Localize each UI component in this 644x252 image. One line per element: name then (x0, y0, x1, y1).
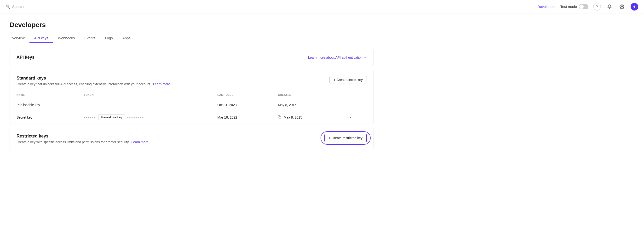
reveal-live-key-button[interactable]: Reveal live key (98, 114, 125, 120)
tab-events[interactable]: Events (80, 34, 100, 43)
tab-webhooks[interactable]: Webhooks (53, 34, 80, 43)
standard-keys-title: Standard keys (16, 76, 170, 81)
test-mode-container: Test mode (560, 4, 588, 9)
key-actions: ··· (340, 99, 374, 111)
col-name: NAME (10, 91, 77, 99)
test-mode-toggle[interactable] (579, 4, 588, 9)
key-token: •••••• Reveal live key •••••••• (77, 111, 211, 124)
restricted-keys-learn-more[interactable]: Learn more (131, 140, 148, 144)
key-created: May 8, 2015 (271, 111, 340, 124)
avatar-button[interactable]: + (630, 3, 638, 10)
notifications-button[interactable] (606, 3, 613, 10)
restricted-keys-header: Restricted keys Create a key with specif… (10, 128, 374, 149)
svg-rect-1 (279, 116, 281, 118)
table-header-row: NAME TOKEN LAST USED CREATED (10, 91, 374, 99)
key-last-used: Mar 16, 2022 (211, 111, 272, 124)
key-name: Publishable key (10, 99, 77, 111)
token-dots-after: •••••••• (127, 115, 144, 120)
api-keys-title: API keys (16, 55, 34, 60)
key-name: Secret key (10, 111, 77, 124)
page-content: Developers Overview API keys Webhooks Ev… (0, 14, 383, 160)
test-mode-label: Test mode (560, 4, 577, 8)
standard-keys-info: Standard keys Create a key that unlocks … (16, 76, 170, 86)
col-last-used: LAST USED (211, 91, 272, 99)
key-token (77, 99, 211, 111)
learn-more-auth-link[interactable]: Learn more about API authentication → (308, 56, 367, 60)
tab-api-keys[interactable]: API keys (30, 34, 53, 43)
copy-icon[interactable] (278, 115, 281, 119)
tabs-bar: Overview API keys Webhooks Events Logs A… (10, 34, 374, 43)
tab-logs[interactable]: Logs (100, 34, 118, 43)
col-actions (340, 91, 374, 99)
create-secret-key-button[interactable]: + Create secret key (330, 76, 367, 84)
search-label: Search (12, 4, 24, 8)
standard-keys-table: NAME TOKEN LAST USED CREATED Publishable… (10, 91, 374, 124)
more-options-button[interactable]: ··· (347, 102, 352, 107)
standard-keys-card: Standard keys Create a key that unlocks … (10, 70, 374, 124)
standard-keys-header: Standard keys Create a key that unlocks … (10, 70, 374, 91)
developers-link[interactable]: Developers (538, 4, 556, 8)
toggle-thumb (579, 4, 584, 9)
restricted-keys-info: Restricted keys Create a key with specif… (16, 134, 148, 144)
topnav: 🔍 Search Developers Test mode ? + (0, 0, 644, 14)
search-icon: 🔍 (6, 4, 10, 9)
token-dots-before: •••••• (84, 115, 96, 120)
more-options-button[interactable]: ··· (347, 115, 352, 120)
page-title: Developers (10, 21, 374, 29)
api-keys-header: API keys Learn more about API authentica… (10, 49, 374, 66)
help-button[interactable]: ? (593, 3, 601, 10)
standard-keys-learn-more[interactable]: Learn more (153, 82, 170, 86)
restricted-keys-description: Create a key with specific access limits… (16, 140, 148, 144)
tab-apps[interactable]: Apps (118, 34, 135, 43)
restricted-keys-title: Restricted keys (16, 134, 148, 139)
svg-point-0 (622, 6, 623, 7)
tab-overview[interactable]: Overview (10, 34, 30, 43)
token-cell: •••••• Reveal live key •••••••• (84, 114, 204, 120)
table-row: Publishable key Oct 31, 2023 May 8, 2015… (10, 99, 374, 111)
settings-button[interactable] (618, 3, 626, 10)
search-area[interactable]: 🔍 Search (6, 4, 24, 9)
restricted-btn-wrapper: + Create restricted key (324, 134, 367, 142)
table-row: Secret key •••••• Reveal live key ••••••… (10, 111, 374, 124)
col-created: CREATED (271, 91, 340, 99)
key-actions: ··· (340, 111, 374, 124)
key-created: May 8, 2015 (271, 99, 340, 111)
restricted-keys-card: Restricted keys Create a key with specif… (10, 128, 374, 149)
key-created-date: May 8, 2015 (284, 116, 302, 119)
col-token: TOKEN (77, 91, 211, 99)
topnav-right: Developers Test mode ? + (538, 3, 638, 10)
standard-keys-description: Create a key that unlocks full API acces… (16, 82, 170, 86)
create-restricted-key-button[interactable]: + Create restricted key (324, 134, 367, 142)
key-last-used: Oct 31, 2023 (211, 99, 272, 111)
api-keys-header-card: API keys Learn more about API authentica… (10, 49, 374, 66)
